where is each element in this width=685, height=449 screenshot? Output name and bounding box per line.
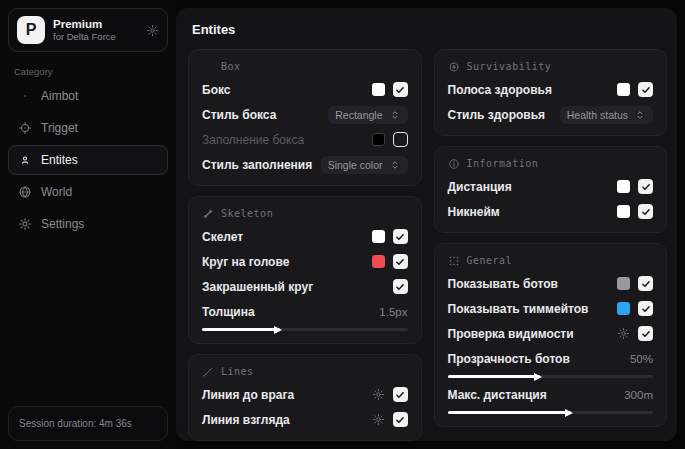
setting-label: Прозрачность ботов xyxy=(448,352,570,366)
brand-text: Premium for Delta Force xyxy=(53,17,138,43)
checkbox[interactable] xyxy=(393,279,408,294)
color-swatch[interactable] xyxy=(372,230,385,243)
sidebar-item-entites[interactable]: M4 9V6a2 2 0 0 1 2-2h3M15 4h3a2 2 0 0 1 … xyxy=(8,145,168,175)
slider-track[interactable] xyxy=(448,411,654,414)
setting-row: Бокс xyxy=(202,81,408,98)
row-controls xyxy=(372,132,408,147)
unfold-icon xyxy=(389,159,401,171)
setting-row: Дистанция xyxy=(448,178,654,195)
gear-icon[interactable] xyxy=(146,24,159,37)
color-swatch[interactable] xyxy=(617,302,630,315)
sidebar-item-label: Settings xyxy=(41,217,84,231)
slider-fill xyxy=(202,328,280,331)
checkbox[interactable] xyxy=(393,412,408,427)
slider-label-row: Макс. дистанция300m xyxy=(448,386,654,403)
row-controls xyxy=(372,254,408,269)
dropdown[interactable]: Health status xyxy=(560,106,653,124)
slider-fill xyxy=(448,375,540,378)
sidebar-item-label: Aimbot xyxy=(41,89,78,103)
brand-card: P Premium for Delta Force xyxy=(8,8,168,52)
slider-row: Толщина1.5px xyxy=(202,303,408,331)
dropdown-value: Rectangle xyxy=(335,109,382,121)
card-title: Survivability xyxy=(467,61,552,72)
checkbox[interactable] xyxy=(638,179,653,194)
slider-thumb[interactable] xyxy=(274,326,282,334)
setting-label: Заполнение бокса xyxy=(202,133,304,147)
checkbox[interactable] xyxy=(638,204,653,219)
setting-label: Макс. дистанция xyxy=(448,388,547,402)
color-swatch[interactable] xyxy=(617,83,630,96)
setting-row: Закрашенный круг xyxy=(202,278,408,295)
row-controls xyxy=(617,301,653,316)
setting-row: Стиль боксаRectangle xyxy=(202,106,408,123)
page-title: Entites xyxy=(192,22,667,37)
gear-icon[interactable] xyxy=(372,413,385,426)
sidebar-item-trigget[interactable]: Trigget xyxy=(8,113,168,143)
gear-icon[interactable] xyxy=(617,327,630,340)
trigger-icon xyxy=(18,121,32,135)
color-swatch[interactable] xyxy=(372,83,385,96)
checkbox[interactable] xyxy=(638,326,653,341)
card-lines: LinesЛиния до врагаЛиния взгляда xyxy=(188,354,422,441)
brand-logo: P xyxy=(17,16,45,44)
box-icon: M4 9V6a2 2 0 0 1 2-2h3M15 4h3a2 2 0 0 1 … xyxy=(202,61,214,73)
main-panel: Entites M4 9V6a2 2 0 0 1 2-2h3M15 4h3a2 … xyxy=(176,8,677,441)
color-swatch[interactable] xyxy=(617,205,630,218)
gear-icon[interactable] xyxy=(372,388,385,401)
checkbox[interactable] xyxy=(393,387,408,402)
card-title: Skeleton xyxy=(221,208,273,219)
slider-value: 50% xyxy=(630,353,653,365)
sidebar: P Premium for Delta Force Category M4 9V… xyxy=(0,0,176,449)
setting-label: Стиль заполнения xyxy=(202,158,312,172)
brand-subtitle: for Delta Force xyxy=(53,31,138,43)
dropdown[interactable]: Single color xyxy=(321,156,408,174)
slider-track[interactable] xyxy=(448,375,654,378)
survivability-icon xyxy=(448,61,460,73)
setting-row: Проверка видимости xyxy=(448,325,654,342)
color-swatch[interactable] xyxy=(617,277,630,290)
card-header: General xyxy=(448,254,654,267)
dropdown[interactable]: Rectangle xyxy=(328,106,407,124)
setting-row: Круг на голове xyxy=(202,253,408,270)
setting-label: Бокс xyxy=(202,83,230,97)
checkbox[interactable] xyxy=(393,229,408,244)
setting-label: Полоса здоровья xyxy=(448,83,552,97)
checkbox[interactable] xyxy=(638,301,653,316)
setting-label: Показывать ботов xyxy=(448,277,558,291)
checkbox[interactable] xyxy=(393,254,408,269)
row-controls xyxy=(372,82,408,97)
color-swatch[interactable] xyxy=(372,133,385,146)
entities-icon: M4 9V6a2 2 0 0 1 2-2h3M15 4h3a2 2 0 0 1 … xyxy=(18,153,32,167)
checkbox[interactable] xyxy=(393,132,408,147)
slider-thumb[interactable] xyxy=(534,373,542,381)
sidebar-item-world[interactable]: World xyxy=(8,177,168,207)
sidebar-item-settings[interactable]: Settings xyxy=(8,209,168,239)
setting-row: Скелет xyxy=(202,228,408,245)
color-swatch[interactable] xyxy=(617,180,630,193)
setting-label: Показывать тиммейтов xyxy=(448,302,589,316)
card-title: Box xyxy=(221,61,241,72)
row-controls: Health status xyxy=(560,106,653,124)
sidebar-item-aimbot[interactable]: M4 9V6a2 2 0 0 1 2-2h3M15 4h3a2 2 0 0 1 … xyxy=(8,81,168,111)
row-controls xyxy=(372,412,408,427)
row-controls xyxy=(617,82,653,97)
setting-label: Стиль бокса xyxy=(202,108,276,122)
setting-label: Дистанция xyxy=(448,180,512,194)
slider-track[interactable] xyxy=(202,328,408,331)
checkbox[interactable] xyxy=(638,276,653,291)
row-controls xyxy=(617,326,653,341)
card-header: Lines xyxy=(202,365,408,378)
color-swatch[interactable] xyxy=(372,255,385,268)
dropdown-value: Health status xyxy=(567,109,628,121)
row-controls xyxy=(372,387,408,402)
setting-row: Полоса здоровья xyxy=(448,81,654,98)
slider-thumb[interactable] xyxy=(565,409,573,417)
checkbox[interactable] xyxy=(638,82,653,97)
slider-value: 300m xyxy=(624,389,653,401)
checkbox[interactable] xyxy=(393,82,408,97)
info-icon xyxy=(448,158,460,170)
row-controls xyxy=(372,229,408,244)
row-controls: Single color xyxy=(321,156,408,174)
setting-row: Никнейм xyxy=(448,203,654,220)
card-information: InformationДистанцияНикнейм xyxy=(434,146,668,233)
